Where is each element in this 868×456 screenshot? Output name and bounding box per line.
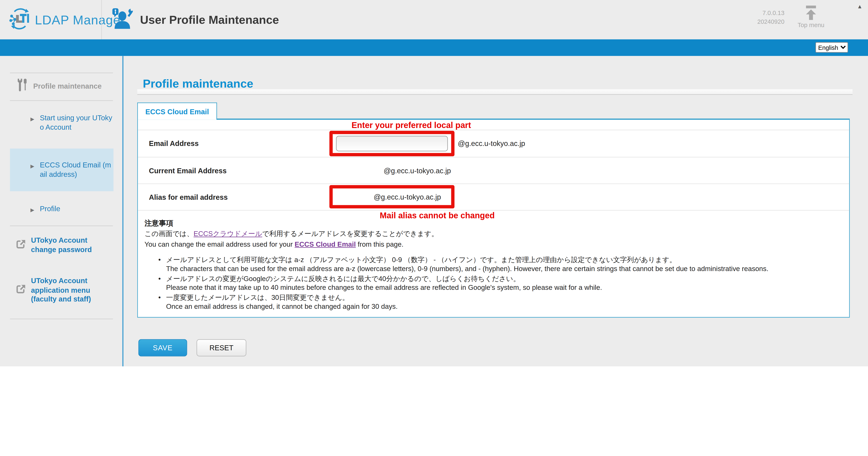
title-underline-band (137, 89, 852, 95)
header-divider (101, 0, 102, 39)
page-title: Profile maintenance (143, 77, 253, 90)
sidebar-item-label: Profile (40, 204, 114, 215)
bullet-ja: 一度変更したメールアドレスは、30日間変更できません。 (166, 293, 849, 302)
notes-intro-ja-post: で利用するメールアドレスを変更することができます。 (262, 230, 438, 238)
sidebar-separator (10, 73, 113, 73)
sidebar-item-label: ECCS Cloud Email (mail address) (40, 161, 114, 179)
ldap-network-icon (9, 8, 31, 32)
sidebar: Profile maintenance ▶ Start using your U… (0, 56, 122, 366)
alias-highlight-box: @g.ecc.u-tokyo.ac.jp (330, 185, 455, 208)
notes-title: 注意事項 (145, 218, 849, 228)
notes-bullet: 一度変更したメールアドレスは、30日間変更できません。 Once an emai… (158, 293, 849, 311)
app-header: LDAP Manager User Profile Maintenance (0, 0, 868, 39)
eccs-cloud-mail-link-ja[interactable]: ECCSクラウドメール (193, 230, 262, 238)
alias-label: Alias for email address (149, 193, 228, 201)
notes-intro-en: You can change the email address used fo… (145, 240, 849, 249)
bullet-ja: メールアドレスの変更がGoogleのシステムに反映されるには最大で40分かかるの… (166, 275, 849, 283)
notes-section: Mail alias cannot be changed 注意事項 この画面では… (138, 210, 849, 317)
scroll-top-icon[interactable]: ▲ (857, 3, 862, 9)
annotation-strip: Enter your preferred local part (138, 120, 849, 130)
version-number: 7.0.0.13 (757, 8, 784, 17)
profile-panel: Enter your preferred local part Email Ad… (137, 119, 850, 318)
current-email-row: Current Email Address @g.ecc.u-tokyo.ac.… (138, 157, 849, 183)
sidebar-link-label: UTokyo Account change password (31, 236, 114, 254)
tab-eccs-cloud-email[interactable]: ECCS Cloud Email (137, 103, 217, 120)
tools-icon (17, 78, 28, 94)
eccs-cloud-email-link-en[interactable]: ECCS Cloud Email (295, 240, 356, 248)
right-triangle-icon: ▶ (30, 206, 34, 215)
bullet-en: The characters that can be used for the … (166, 264, 849, 273)
email-address-row: Email Address @g.ecc.u-tokyo.ac.jp (138, 130, 849, 157)
version-info: 7.0.0.13 20240920 (757, 8, 784, 26)
form-actions: SAVE RESET (138, 339, 246, 357)
email-local-part-input[interactable] (336, 136, 448, 151)
sidebar-link-application-menu[interactable]: UTokyo Account application menu (faculty… (16, 277, 114, 304)
notes-intro-ja: この画面では、ECCSクラウドメールで利用するメールアドレスを変更することができ… (145, 229, 849, 239)
app-logo: LDAP Manager (9, 8, 125, 32)
sidebar-separator (10, 100, 113, 101)
alias-domain: @g.ecc.u-tokyo.ac.jp (374, 193, 441, 201)
top-menu-label: Top menu (796, 22, 827, 28)
email-input-highlight-box (330, 131, 455, 156)
up-arrow-icon (804, 6, 817, 20)
bullet-en: Please note that it may take up to 40 mi… (166, 283, 849, 292)
email-domain: @g.ecc.u-tokyo.ac.jp (458, 140, 525, 148)
external-link-icon (16, 284, 26, 297)
alias-row: Alias for email address @g.ecc.u-tokyo.a… (138, 183, 849, 210)
sidebar-separator (10, 319, 113, 319)
sidebar-link-change-password[interactable]: UTokyo Account change password (16, 236, 114, 254)
sidebar-item-start-using-utokyo-account[interactable]: ▶ Start using your UTokyo Account (30, 114, 114, 132)
tab-label: ECCS Cloud Email (145, 107, 209, 115)
user-profile-icon (112, 8, 133, 32)
sidebar-item-label: Start using your UTokyo Account (40, 114, 114, 132)
logo-text: LDAP Manager (35, 12, 125, 28)
sidebar-separator (10, 226, 113, 226)
current-email-domain: @g.ecc.u-tokyo.ac.jp (383, 166, 451, 174)
language-select[interactable]: English (815, 42, 848, 53)
notes-intro-en-post: from this page. (356, 240, 403, 248)
sidebar-item-profile[interactable]: ▶ Profile (30, 204, 114, 215)
sidebar-link-label: UTokyo Account application menu (faculty… (31, 277, 114, 304)
external-link-icon (16, 239, 26, 252)
main-area: Profile maintenance ECCS Cloud Email Ent… (137, 56, 852, 366)
sidebar-item-eccs-cloud-email[interactable]: ▶ ECCS Cloud Email (mail address) (10, 148, 114, 191)
app-title: User Profile Maintenance (140, 13, 279, 27)
notes-intro-en-pre: You can change the email address used fo… (145, 240, 295, 248)
email-address-label: Email Address (149, 140, 199, 148)
right-triangle-icon: ▶ (30, 162, 34, 179)
content-wrap: Profile maintenance ▶ Start using your U… (0, 56, 868, 366)
notes-bullet: メールアドレスとして利用可能な文字は a-z （アルファベット小文字） 0-9 … (158, 255, 849, 273)
current-email-label: Current Email Address (149, 166, 226, 174)
alias-annotation: Mail alias cannot be changed (380, 210, 495, 220)
page: LDAP Manager User Profile Maintenance (0, 0, 868, 456)
notes-bullet-list: メールアドレスとして利用可能な文字は a-z （アルファベット小文字） 0-9 … (145, 255, 849, 311)
notes-bullet: メールアドレスの変更がGoogleのシステムに反映されるには最大で40分かかるの… (158, 275, 849, 292)
sidebar-section-title: Profile maintenance (33, 82, 101, 90)
bullet-en: Once an email address is changed, it can… (166, 302, 849, 311)
title-block: User Profile Maintenance (112, 8, 279, 32)
bullet-ja: メールアドレスとして利用可能な文字は a-z （アルファベット小文字） 0-9 … (166, 255, 849, 264)
right-triangle-icon: ▶ (30, 115, 34, 132)
reset-button[interactable]: RESET (196, 339, 246, 357)
sidebar-section-header: Profile maintenance (17, 78, 102, 94)
language-bar: English (0, 39, 868, 56)
notes-intro-ja-pre: この画面では、 (145, 230, 194, 238)
email-annotation: Enter your preferred local part (351, 120, 471, 130)
build-date: 20240920 (757, 17, 784, 26)
top-menu-button[interactable]: Top menu (796, 6, 827, 28)
sidebar-divider (122, 56, 123, 366)
save-button[interactable]: SAVE (138, 339, 187, 357)
